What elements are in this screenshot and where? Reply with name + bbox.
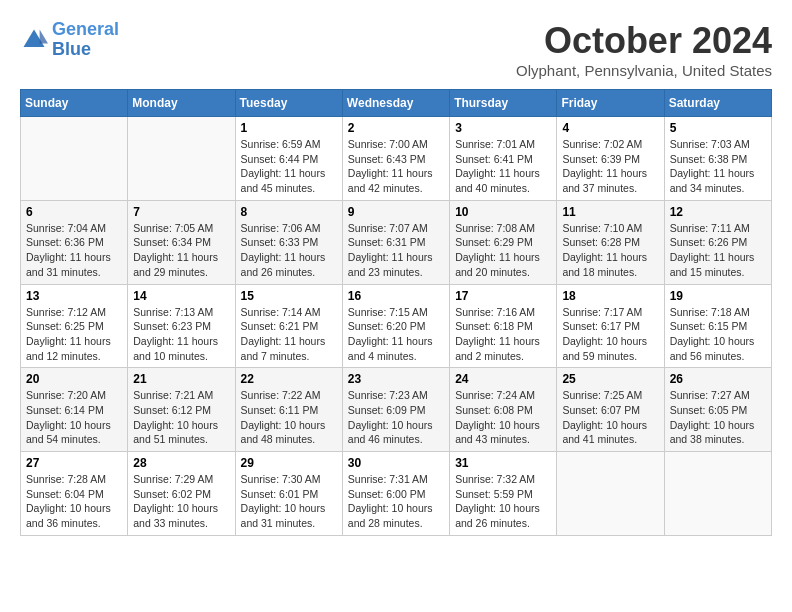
calendar-cell: 25Sunrise: 7:25 AM Sunset: 6:07 PM Dayli… xyxy=(557,368,664,452)
calendar-cell: 13Sunrise: 7:12 AM Sunset: 6:25 PM Dayli… xyxy=(21,284,128,368)
day-number: 22 xyxy=(241,372,337,386)
week-row-1: 1Sunrise: 6:59 AM Sunset: 6:44 PM Daylig… xyxy=(21,117,772,201)
logo-line2: Blue xyxy=(52,39,91,59)
calendar-body: 1Sunrise: 6:59 AM Sunset: 6:44 PM Daylig… xyxy=(21,117,772,536)
day-info: Sunrise: 7:03 AM Sunset: 6:38 PM Dayligh… xyxy=(670,137,766,196)
week-row-2: 6Sunrise: 7:04 AM Sunset: 6:36 PM Daylig… xyxy=(21,200,772,284)
calendar-cell: 22Sunrise: 7:22 AM Sunset: 6:11 PM Dayli… xyxy=(235,368,342,452)
month-title: October 2024 xyxy=(516,20,772,62)
day-info: Sunrise: 7:31 AM Sunset: 6:00 PM Dayligh… xyxy=(348,472,444,531)
day-number: 3 xyxy=(455,121,551,135)
day-number: 21 xyxy=(133,372,229,386)
logo-icon xyxy=(20,26,48,54)
day-info: Sunrise: 7:18 AM Sunset: 6:15 PM Dayligh… xyxy=(670,305,766,364)
day-info: Sunrise: 7:12 AM Sunset: 6:25 PM Dayligh… xyxy=(26,305,122,364)
calendar-cell: 9Sunrise: 7:07 AM Sunset: 6:31 PM Daylig… xyxy=(342,200,449,284)
calendar-cell: 5Sunrise: 7:03 AM Sunset: 6:38 PM Daylig… xyxy=(664,117,771,201)
calendar-cell: 26Sunrise: 7:27 AM Sunset: 6:05 PM Dayli… xyxy=(664,368,771,452)
calendar-cell: 21Sunrise: 7:21 AM Sunset: 6:12 PM Dayli… xyxy=(128,368,235,452)
week-row-3: 13Sunrise: 7:12 AM Sunset: 6:25 PM Dayli… xyxy=(21,284,772,368)
day-number: 1 xyxy=(241,121,337,135)
day-number: 16 xyxy=(348,289,444,303)
location-subtitle: Olyphant, Pennsylvania, United States xyxy=(516,62,772,79)
calendar-cell xyxy=(21,117,128,201)
day-number: 24 xyxy=(455,372,551,386)
week-row-4: 20Sunrise: 7:20 AM Sunset: 6:14 PM Dayli… xyxy=(21,368,772,452)
day-info: Sunrise: 7:06 AM Sunset: 6:33 PM Dayligh… xyxy=(241,221,337,280)
day-info: Sunrise: 7:11 AM Sunset: 6:26 PM Dayligh… xyxy=(670,221,766,280)
calendar-cell: 6Sunrise: 7:04 AM Sunset: 6:36 PM Daylig… xyxy=(21,200,128,284)
calendar-cell: 27Sunrise: 7:28 AM Sunset: 6:04 PM Dayli… xyxy=(21,452,128,536)
calendar-cell: 24Sunrise: 7:24 AM Sunset: 6:08 PM Dayli… xyxy=(450,368,557,452)
calendar-cell: 12Sunrise: 7:11 AM Sunset: 6:26 PM Dayli… xyxy=(664,200,771,284)
title-block: October 2024 Olyphant, Pennsylvania, Uni… xyxy=(516,20,772,79)
day-info: Sunrise: 7:16 AM Sunset: 6:18 PM Dayligh… xyxy=(455,305,551,364)
day-number: 7 xyxy=(133,205,229,219)
days-header-row: SundayMondayTuesdayWednesdayThursdayFrid… xyxy=(21,90,772,117)
day-info: Sunrise: 7:14 AM Sunset: 6:21 PM Dayligh… xyxy=(241,305,337,364)
day-info: Sunrise: 7:22 AM Sunset: 6:11 PM Dayligh… xyxy=(241,388,337,447)
day-header-sunday: Sunday xyxy=(21,90,128,117)
day-number: 14 xyxy=(133,289,229,303)
calendar-cell: 16Sunrise: 7:15 AM Sunset: 6:20 PM Dayli… xyxy=(342,284,449,368)
calendar-cell xyxy=(664,452,771,536)
calendar-cell: 30Sunrise: 7:31 AM Sunset: 6:00 PM Dayli… xyxy=(342,452,449,536)
calendar-cell: 10Sunrise: 7:08 AM Sunset: 6:29 PM Dayli… xyxy=(450,200,557,284)
calendar-cell xyxy=(557,452,664,536)
day-number: 17 xyxy=(455,289,551,303)
day-info: Sunrise: 7:08 AM Sunset: 6:29 PM Dayligh… xyxy=(455,221,551,280)
svg-marker-1 xyxy=(40,29,48,43)
day-info: Sunrise: 7:23 AM Sunset: 6:09 PM Dayligh… xyxy=(348,388,444,447)
calendar-cell: 1Sunrise: 6:59 AM Sunset: 6:44 PM Daylig… xyxy=(235,117,342,201)
day-number: 29 xyxy=(241,456,337,470)
day-number: 9 xyxy=(348,205,444,219)
day-number: 28 xyxy=(133,456,229,470)
logo: General Blue xyxy=(20,20,119,60)
day-info: Sunrise: 7:20 AM Sunset: 6:14 PM Dayligh… xyxy=(26,388,122,447)
page-header: General Blue October 2024 Olyphant, Penn… xyxy=(20,20,772,79)
day-number: 15 xyxy=(241,289,337,303)
day-header-wednesday: Wednesday xyxy=(342,90,449,117)
day-number: 10 xyxy=(455,205,551,219)
day-number: 12 xyxy=(670,205,766,219)
day-info: Sunrise: 7:07 AM Sunset: 6:31 PM Dayligh… xyxy=(348,221,444,280)
calendar-header: SundayMondayTuesdayWednesdayThursdayFrid… xyxy=(21,90,772,117)
day-info: Sunrise: 7:13 AM Sunset: 6:23 PM Dayligh… xyxy=(133,305,229,364)
logo-text: General Blue xyxy=(52,20,119,60)
day-info: Sunrise: 7:04 AM Sunset: 6:36 PM Dayligh… xyxy=(26,221,122,280)
day-info: Sunrise: 6:59 AM Sunset: 6:44 PM Dayligh… xyxy=(241,137,337,196)
day-number: 5 xyxy=(670,121,766,135)
calendar-cell: 23Sunrise: 7:23 AM Sunset: 6:09 PM Dayli… xyxy=(342,368,449,452)
day-number: 13 xyxy=(26,289,122,303)
day-info: Sunrise: 7:25 AM Sunset: 6:07 PM Dayligh… xyxy=(562,388,658,447)
day-number: 31 xyxy=(455,456,551,470)
day-info: Sunrise: 7:15 AM Sunset: 6:20 PM Dayligh… xyxy=(348,305,444,364)
day-header-monday: Monday xyxy=(128,90,235,117)
day-number: 26 xyxy=(670,372,766,386)
day-info: Sunrise: 7:10 AM Sunset: 6:28 PM Dayligh… xyxy=(562,221,658,280)
day-number: 11 xyxy=(562,205,658,219)
day-number: 2 xyxy=(348,121,444,135)
day-header-saturday: Saturday xyxy=(664,90,771,117)
calendar-cell: 17Sunrise: 7:16 AM Sunset: 6:18 PM Dayli… xyxy=(450,284,557,368)
day-info: Sunrise: 7:02 AM Sunset: 6:39 PM Dayligh… xyxy=(562,137,658,196)
calendar-cell: 3Sunrise: 7:01 AM Sunset: 6:41 PM Daylig… xyxy=(450,117,557,201)
day-number: 4 xyxy=(562,121,658,135)
day-number: 8 xyxy=(241,205,337,219)
day-number: 20 xyxy=(26,372,122,386)
logo-line1: General xyxy=(52,19,119,39)
day-info: Sunrise: 7:32 AM Sunset: 5:59 PM Dayligh… xyxy=(455,472,551,531)
day-number: 18 xyxy=(562,289,658,303)
day-info: Sunrise: 7:00 AM Sunset: 6:43 PM Dayligh… xyxy=(348,137,444,196)
calendar-cell: 4Sunrise: 7:02 AM Sunset: 6:39 PM Daylig… xyxy=(557,117,664,201)
day-number: 30 xyxy=(348,456,444,470)
calendar-cell: 7Sunrise: 7:05 AM Sunset: 6:34 PM Daylig… xyxy=(128,200,235,284)
calendar-cell: 8Sunrise: 7:06 AM Sunset: 6:33 PM Daylig… xyxy=(235,200,342,284)
day-info: Sunrise: 7:24 AM Sunset: 6:08 PM Dayligh… xyxy=(455,388,551,447)
day-info: Sunrise: 7:05 AM Sunset: 6:34 PM Dayligh… xyxy=(133,221,229,280)
calendar-cell: 31Sunrise: 7:32 AM Sunset: 5:59 PM Dayli… xyxy=(450,452,557,536)
day-info: Sunrise: 7:21 AM Sunset: 6:12 PM Dayligh… xyxy=(133,388,229,447)
calendar-cell: 18Sunrise: 7:17 AM Sunset: 6:17 PM Dayli… xyxy=(557,284,664,368)
day-number: 6 xyxy=(26,205,122,219)
calendar-cell: 2Sunrise: 7:00 AM Sunset: 6:43 PM Daylig… xyxy=(342,117,449,201)
